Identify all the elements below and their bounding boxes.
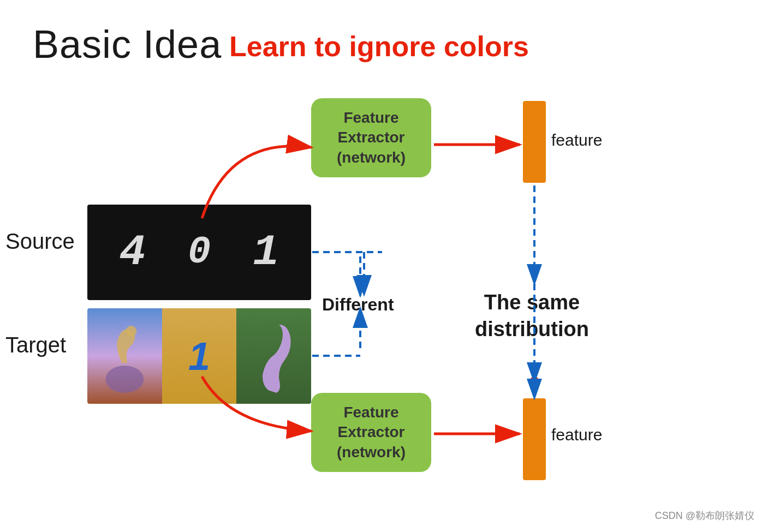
- target-panel-1: [87, 308, 162, 404]
- same-distribution-label: The samedistribution: [475, 289, 589, 343]
- red-dot: [530, 376, 539, 385]
- watermark: CSDN @勒布朗张婧仪: [655, 509, 754, 522]
- svg-point-0: [105, 366, 144, 393]
- digit-4: 4: [120, 228, 146, 277]
- target-panel-2: 1: [162, 308, 237, 404]
- target-panel-3: [236, 308, 311, 404]
- feature-bar-bottom: [523, 398, 546, 480]
- feature-extractor-bottom: FeatureExtractor(network): [311, 393, 431, 472]
- subtitle: Learn to ignore colors: [229, 30, 529, 63]
- digit-1: 1: [253, 228, 279, 277]
- different-label: Different: [322, 295, 394, 315]
- svg-point-1: [126, 326, 136, 337]
- source-image: 4 0 1: [87, 205, 311, 300]
- target-label: Target: [5, 333, 66, 357]
- feature-extractor-top: FeatureExtractor(network): [311, 98, 431, 177]
- feature-label-bottom: feature: [551, 426, 602, 444]
- feature-label-top: feature: [551, 131, 602, 150]
- page-title: Basic Idea: [33, 22, 222, 67]
- digit-0: 0: [188, 231, 211, 274]
- source-label: Source: [5, 229, 75, 254]
- target-digit-1: 1: [188, 334, 210, 379]
- feature-bar-top: [523, 101, 546, 183]
- main-container: Basic Idea Learn to ignore colors Featur…: [0, 0, 768, 532]
- target-image: 1: [87, 308, 311, 404]
